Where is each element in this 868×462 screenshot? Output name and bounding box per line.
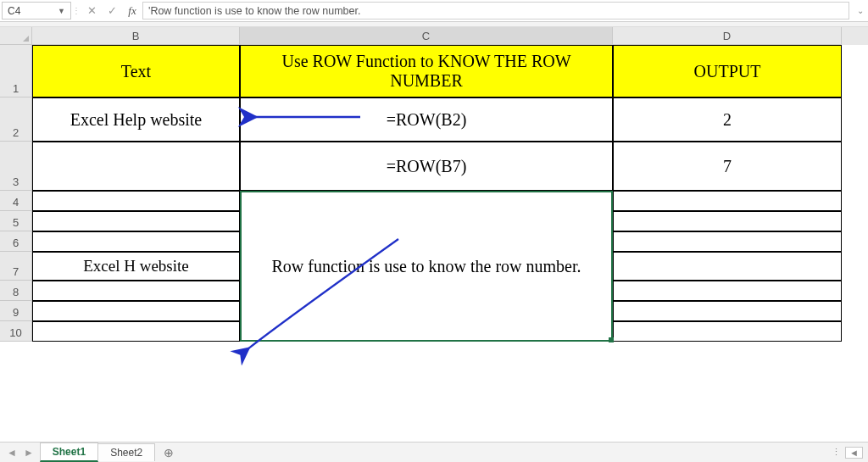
horizontal-scroll: ⋮ ◄ [832, 447, 868, 459]
cell-B8[interactable] [32, 281, 240, 301]
cell-C1[interactable]: Use ROW Function to KNOW THE ROW NUMBER [240, 45, 613, 97]
cell-B2[interactable]: Excel Help website [32, 97, 240, 142]
sheet-tabs-bar: ◄ ► Sheet1 Sheet2 ⊕ ⋮ ◄ [0, 442, 868, 462]
cell-D7[interactable] [613, 252, 842, 281]
select-all-button[interactable] [0, 27, 32, 45]
tab-sheet2[interactable]: Sheet2 [97, 443, 155, 461]
splitter-icon[interactable]: ⋮ [71, 0, 81, 21]
cell-B6[interactable] [32, 231, 240, 252]
cell-C2[interactable]: =ROW(B2) [240, 97, 613, 142]
col-header-C[interactable]: C [240, 27, 613, 45]
worksheet: B C D 1 Text Use ROW Function to KNOW TH… [0, 27, 868, 342]
cell-D3[interactable]: 7 [613, 142, 842, 191]
add-sheet-button[interactable]: ⊕ [155, 446, 182, 459]
cell-B9[interactable] [32, 301, 240, 321]
rows-4-10: 4 5 6 7 8 9 10 Excel H website Row funct… [0, 191, 868, 342]
col-header-B[interactable]: B [32, 27, 240, 45]
insert-function-button[interactable]: fx [122, 0, 142, 21]
row-2: 2 Excel Help website =ROW(B2) 2 [0, 97, 868, 142]
scroll-grip-icon[interactable]: ⋮ [832, 447, 842, 458]
row-3: 3 =ROW(B7) 7 [0, 142, 868, 191]
row-header-4[interactable]: 4 [0, 191, 32, 211]
tab-nav: ◄ ► [0, 447, 41, 459]
cell-B7[interactable]: Excel H website [32, 252, 240, 281]
cell-B5[interactable] [32, 211, 240, 231]
cancel-button[interactable]: ✕ [81, 0, 102, 21]
scroll-left-icon[interactable]: ◄ [845, 447, 863, 459]
cell-B4[interactable] [32, 191, 240, 211]
note-text: Row function is use to know the row numb… [272, 254, 581, 278]
cell-D6[interactable] [613, 231, 842, 252]
row-header-7[interactable]: 7 [0, 252, 32, 281]
row-header-2[interactable]: 2 [0, 97, 32, 142]
cell-D2[interactable]: 2 [613, 97, 842, 142]
name-box-dropdown-icon[interactable]: ▼ [58, 7, 65, 15]
row-header-8[interactable]: 8 [0, 281, 32, 301]
cell-B1[interactable]: Text [32, 45, 240, 97]
cell-B3[interactable] [32, 142, 240, 191]
cell-C4-merged[interactable]: Row function is use to know the row numb… [240, 191, 613, 342]
col-header-D[interactable]: D [613, 27, 842, 45]
name-box-value: C4 [8, 5, 20, 17]
tab-prev-icon[interactable]: ◄ [7, 447, 17, 459]
tab-sheet1[interactable]: Sheet1 [40, 443, 98, 462]
accept-button[interactable]: ✓ [102, 0, 122, 21]
formula-bar: C4 ▼ ⋮ ✕ ✓ fx 'Row function is use to kn… [0, 0, 868, 22]
cell-C3[interactable]: =ROW(B7) [240, 142, 613, 191]
cell-B10[interactable] [32, 321, 240, 342]
row-header-5[interactable]: 5 [0, 211, 32, 231]
row-header-9[interactable]: 9 [0, 301, 32, 321]
row-1: 1 Text Use ROW Function to KNOW THE ROW … [0, 45, 868, 97]
column-headers: B C D [0, 27, 868, 45]
cell-D5[interactable] [613, 211, 842, 231]
row-header-1[interactable]: 1 [0, 45, 32, 97]
cell-D9[interactable] [613, 301, 842, 321]
tab-next-icon[interactable]: ► [24, 447, 34, 459]
name-box[interactable]: C4 ▼ [2, 2, 71, 19]
cell-D1[interactable]: OUTPUT [613, 45, 842, 97]
row-header-10[interactable]: 10 [0, 321, 32, 342]
expand-formula-bar-icon[interactable]: ⌄ [853, 0, 868, 21]
cell-D4[interactable] [613, 191, 842, 211]
formula-text: 'Row function is use to know the row num… [148, 5, 360, 17]
formula-input[interactable]: 'Row function is use to know the row num… [142, 2, 849, 19]
row-header-6[interactable]: 6 [0, 231, 32, 252]
cell-D8[interactable] [613, 281, 842, 301]
cell-D10[interactable] [613, 321, 842, 342]
row-header-3[interactable]: 3 [0, 142, 32, 191]
